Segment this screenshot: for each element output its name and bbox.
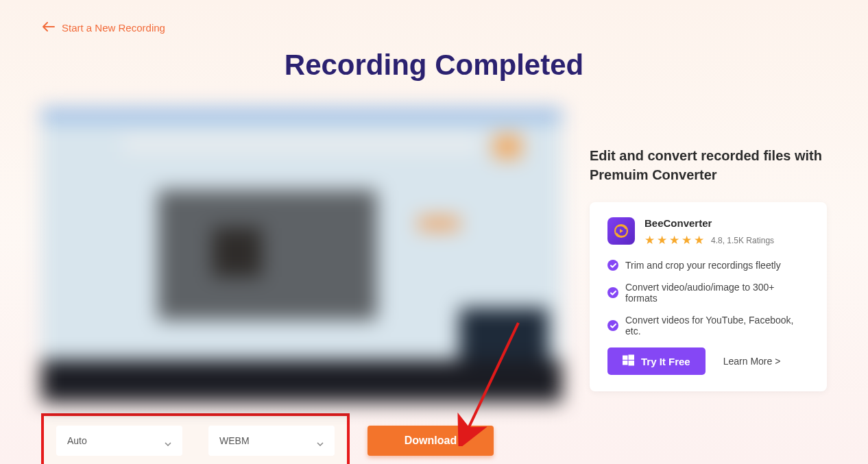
- svg-rect-3: [623, 356, 628, 361]
- rating-stars: ★ ★ ★ ★ ★: [644, 233, 704, 247]
- format-select-value: WEBM: [219, 435, 250, 446]
- format-select[interactable]: WEBM: [208, 426, 335, 456]
- annotation-highlight-box: Auto WEBM: [41, 413, 350, 464]
- product-name: BeeConverter: [644, 217, 774, 229]
- svg-rect-5: [623, 361, 628, 365]
- star-icon: ★: [694, 233, 704, 247]
- feature-item: Trim and crop your recordings fleetly: [607, 260, 809, 271]
- back-link-label: Start a New Recording: [62, 22, 165, 34]
- star-icon: ★: [669, 233, 679, 247]
- feature-item: Convert videos for YouTube, Facebook, et…: [607, 315, 809, 337]
- beeconverter-app-icon: [607, 217, 635, 245]
- chevron-down-icon: [165, 437, 171, 444]
- try-button-label: Try It Free: [641, 356, 690, 367]
- star-icon: ★: [682, 233, 692, 247]
- feature-item: Convert video/audio/image to 300+ format…: [607, 282, 809, 304]
- quality-select[interactable]: Auto: [56, 426, 182, 456]
- video-preview-thumbnail: [41, 108, 562, 402]
- promo-card: BeeConverter ★ ★ ★ ★ ★ 4.8, 1.5K Ratings: [590, 202, 827, 391]
- feature-text: Convert videos for YouTube, Facebook, et…: [625, 315, 809, 337]
- try-it-free-button[interactable]: Try It Free: [607, 347, 706, 375]
- svg-rect-6: [629, 361, 635, 366]
- chevron-down-icon: [317, 437, 324, 444]
- download-button[interactable]: Download: [367, 426, 494, 456]
- quality-select-value: Auto: [67, 435, 87, 446]
- page-title: Recording Completed: [0, 49, 868, 82]
- windows-icon: [623, 354, 634, 368]
- svg-rect-4: [629, 355, 635, 361]
- download-button-label: Download: [405, 435, 457, 446]
- arrow-left-icon: [43, 22, 55, 34]
- svg-marker-2: [620, 229, 623, 233]
- check-icon: [607, 287, 618, 298]
- star-icon: ★: [657, 233, 667, 247]
- start-new-recording-link[interactable]: Start a New Recording: [0, 0, 868, 34]
- feature-text: Trim and crop your recordings fleetly: [625, 260, 781, 271]
- learn-more-link[interactable]: Learn More >: [723, 356, 781, 367]
- check-icon: [607, 320, 618, 331]
- aside-title: Edit and convert recorded files with Pre…: [590, 146, 827, 184]
- rating-text: 4.8, 1.5K Ratings: [711, 236, 774, 245]
- star-icon: ★: [644, 233, 655, 247]
- feature-text: Convert video/audio/image to 300+ format…: [625, 282, 809, 304]
- check-icon: [607, 260, 618, 271]
